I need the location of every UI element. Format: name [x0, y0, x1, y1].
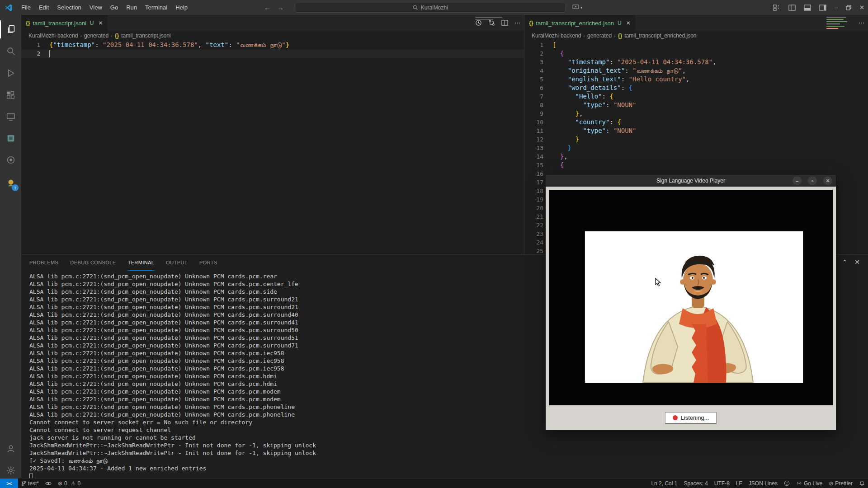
- video-frame: [585, 231, 803, 383]
- video-minimize-button[interactable]: –: [793, 176, 802, 185]
- recording-dot-icon: [673, 415, 678, 420]
- video-canvas: [549, 190, 833, 405]
- window-restore-button[interactable]: [846, 5, 851, 10]
- menu-file[interactable]: File: [17, 2, 35, 13]
- menu-run[interactable]: Run: [122, 2, 141, 13]
- extension-c-icon[interactable]: 1: [0, 174, 21, 192]
- eol-item[interactable]: LF: [733, 479, 745, 488]
- cursor-position-item[interactable]: Ln 2, Col 1: [648, 479, 680, 488]
- menu-go[interactable]: Go: [106, 2, 122, 13]
- tab-close-icon[interactable]: ✕: [99, 20, 103, 26]
- explorer-icon[interactable]: [0, 20, 21, 38]
- branch-icon: [21, 480, 26, 486]
- more-actions-icon[interactable]: ⋯: [859, 19, 864, 26]
- menu-help[interactable]: Help: [171, 2, 192, 13]
- menu-view[interactable]: View: [85, 2, 106, 13]
- accounts-icon[interactable]: [0, 440, 21, 458]
- language-mode-item[interactable]: JSON Lines: [745, 479, 781, 488]
- title-bar[interactable]: FileEditSelectionViewGoRunTerminalHelp ←…: [0, 0, 868, 15]
- breadcrumb-item[interactable]: tamil_transcript.jsonl: [121, 33, 170, 39]
- breadcrumb-item[interactable]: KuralMozhi-backend: [28, 33, 78, 39]
- tab-close-icon[interactable]: ✕: [626, 20, 631, 26]
- menu-terminal[interactable]: Terminal: [141, 2, 171, 13]
- split-editor-icon[interactable]: [501, 19, 508, 26]
- extension-badge: 1: [12, 184, 19, 191]
- tab-tamil-transcript-jsonl[interactable]: {} tamil_transcript.jsonl U ✕: [21, 15, 108, 31]
- code-editor-left[interactable]: 1{"timestamp": "2025-04-11 04:34:36.578"…: [21, 41, 524, 58]
- extensions-icon[interactable]: [0, 86, 21, 104]
- go-live-item[interactable]: Go Live: [793, 479, 826, 488]
- extension-a-icon[interactable]: [0, 129, 21, 147]
- eye-icon: [45, 481, 52, 486]
- toggle-sidebar-icon[interactable]: [788, 5, 796, 11]
- smiley-icon: [784, 480, 790, 486]
- toggle-panel-icon[interactable]: [804, 5, 811, 11]
- encoding-item[interactable]: UTF-8: [711, 479, 733, 488]
- mouse-cursor: [655, 278, 661, 287]
- video-window-footer: Listening...: [546, 405, 836, 430]
- screencast-menu[interactable]: ▾: [572, 5, 583, 10]
- git-branch-item[interactable]: test*: [18, 479, 42, 488]
- command-center-search[interactable]: KuralMozhi: [295, 3, 566, 13]
- video-window-title-bar[interactable]: Sign Language Video Player – ▫ ✕: [546, 175, 836, 187]
- video-maximize-button[interactable]: ▫: [808, 176, 817, 185]
- code-line-2: 2 {: [524, 49, 868, 58]
- timeline-icon[interactable]: [475, 19, 482, 26]
- customize-layout-icon[interactable]: [773, 5, 780, 11]
- chevron-right-icon: ›: [614, 33, 616, 38]
- minimap-left[interactable]: [475, 17, 505, 20]
- breadcrumb-item[interactable]: KuralMozhi-backend: [532, 33, 581, 39]
- code-line-1: 1{"timestamp": "2025-04-11 04:34:36.578"…: [21, 41, 524, 49]
- panel-close-icon[interactable]: ✕: [854, 258, 860, 266]
- search-icon: [413, 5, 418, 10]
- back-arrow-icon[interactable]: ←: [264, 4, 271, 11]
- video-close-button[interactable]: ✕: [823, 176, 832, 185]
- broadcast-icon: [796, 480, 802, 486]
- editor-actions-right: ⋯: [859, 15, 864, 31]
- prettier-item[interactable]: ⊘ Prettier: [826, 479, 856, 488]
- window-close-button[interactable]: ✕: [859, 4, 864, 11]
- activity-bar: 1: [0, 15, 21, 478]
- git-compare-icon[interactable]: [488, 19, 495, 26]
- more-actions-icon[interactable]: ⋯: [514, 19, 520, 26]
- run-debug-icon[interactable]: [0, 64, 21, 82]
- terminal-line: JackShmReadWritePtr::~JackShmReadWritePt…: [29, 441, 868, 449]
- panel-tab-output[interactable]: OUTPUT: [166, 255, 188, 271]
- breadcrumb-item[interactable]: tamil_transcript_enriched.json: [624, 33, 696, 39]
- panel-tab-terminal[interactable]: TERMINAL: [128, 255, 155, 271]
- breadcrumb-right[interactable]: KuralMozhi-backend› generated› {} tamil_…: [524, 31, 868, 41]
- notifications-item[interactable]: [856, 479, 868, 488]
- panel-tab-debug-console[interactable]: DEBUG CONSOLE: [70, 255, 116, 271]
- terminal-line: jack server is not running or cannot be …: [29, 434, 868, 441]
- minimap-right[interactable]: [826, 17, 849, 29]
- panel-tab-ports[interactable]: PORTS: [199, 255, 217, 271]
- menu-bar: FileEditSelectionViewGoRunTerminalHelp: [17, 2, 192, 13]
- search-sidebar-icon[interactable]: [0, 42, 21, 60]
- tab-tamil-transcript-enriched-json[interactable]: {} tamil_transcript_enriched.json U ✕: [524, 15, 636, 31]
- breadcrumb-item[interactable]: generated: [84, 33, 108, 39]
- extension-b-icon[interactable]: [0, 151, 21, 169]
- window-minimize-button[interactable]: –: [835, 4, 838, 11]
- watch-item[interactable]: [42, 479, 55, 488]
- problems-item[interactable]: ⊗ 0 ⚠ 0: [55, 479, 84, 488]
- panel-maximize-icon[interactable]: ⌃: [842, 258, 848, 266]
- feedback-item[interactable]: [781, 479, 793, 488]
- settings-gear-icon[interactable]: [0, 461, 21, 479]
- code-line-15: 15 {: [524, 161, 868, 169]
- remote-explorer-icon[interactable]: [0, 108, 21, 126]
- toggle-secondary-sidebar-icon[interactable]: [819, 5, 826, 11]
- forward-arrow-icon[interactable]: →: [277, 4, 284, 11]
- menu-edit[interactable]: Edit: [35, 2, 53, 13]
- breadcrumb-left[interactable]: KuralMozhi-backend› generated› {} tamil_…: [21, 31, 524, 41]
- code-line-6: 6 "word_details": {: [524, 84, 868, 92]
- menu-selection[interactable]: Selection: [53, 2, 85, 13]
- terminal-line: 2025-04-11 04:34:37 - Added 1 new enrich…: [29, 465, 868, 472]
- json-file-icon: {}: [529, 20, 533, 26]
- remote-indicator[interactable]: ><: [0, 479, 18, 488]
- indentation-item[interactable]: Spaces: 4: [680, 479, 711, 488]
- panel-tab-problems[interactable]: PROBLEMS: [29, 255, 58, 271]
- listening-button[interactable]: Listening...: [665, 412, 717, 423]
- breadcrumb-item[interactable]: generated: [587, 33, 612, 39]
- chevron-right-icon: ›: [583, 33, 585, 38]
- code-line-1: 1[: [524, 41, 868, 49]
